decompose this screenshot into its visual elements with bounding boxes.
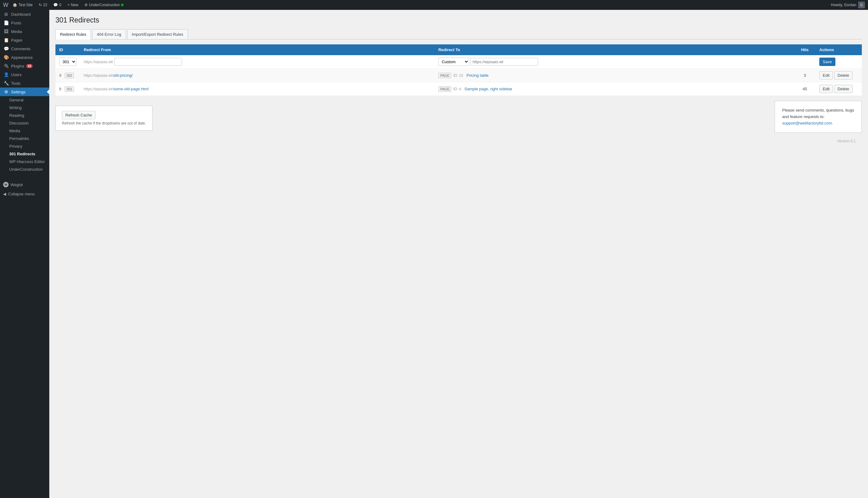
sidebar-item-posts[interactable]: 📄 Posts (0, 18, 49, 27)
redirect-table: ID Redirect From Redirect To Hits Action… (55, 44, 862, 96)
new-redirect-row: 301 302 https://wpsaas.wt/ Cus (55, 55, 862, 69)
posts-icon: 📄 (3, 20, 9, 25)
tab-404-error-log[interactable]: 404 Error Log (92, 29, 126, 39)
row2-to-type: PAGE (438, 86, 451, 92)
sidebar-item-comments[interactable]: 💬 Comments (0, 44, 49, 53)
row2-delete-button[interactable]: Delete (834, 85, 853, 93)
plugins-badge: 19 (26, 64, 33, 68)
row2-edit-button[interactable]: Edit (819, 85, 833, 93)
row2-to-cell: PAGE ID: 4 Sample page, right sidebar (435, 82, 794, 96)
row1-from-cell: https://wpsaas.wt/old-pricing/ (80, 69, 435, 82)
support-email-link[interactable]: support@webfactoryltd.com (783, 121, 832, 126)
avatar[interactable]: G (858, 2, 865, 8)
row1-actions: Edit Delete (816, 69, 862, 82)
comments-nav-icon: 💬 (3, 46, 9, 51)
users-icon: 👤 (3, 72, 9, 77)
sidebar-weglot[interactable]: W Weglot (0, 179, 49, 190)
tab-import-export[interactable]: Import/Export Redirect Rules (127, 29, 188, 39)
refresh-cache-box: Refresh Cache Refresh the cache if the d… (55, 106, 152, 131)
dashboard-icon: ⊞ (3, 12, 9, 17)
home-icon: 🏠 (13, 3, 17, 7)
pages-icon: 📋 (3, 38, 9, 42)
new-to-type-select[interactable]: Custom PAGE POST (438, 57, 469, 66)
sidebar-submenu-301redirects[interactable]: 301 Redirects (0, 150, 49, 158)
new-id-cell: 301 302 (55, 55, 80, 69)
adminbar-updates[interactable]: ↻ 22 (36, 0, 50, 10)
collapse-icon: ◀ (3, 192, 6, 196)
new-from-prefix: https://wpsaas.wt/ (84, 60, 113, 64)
row1-hits: 3 (794, 69, 816, 82)
sidebar-collapse[interactable]: ◀ Collapse menu (0, 190, 49, 198)
col-header-id: ID (55, 44, 80, 55)
refresh-cache-button[interactable]: Refresh Cache (62, 111, 95, 119)
sidebar-item-tools[interactable]: 🔧 Tools (0, 79, 49, 88)
wp-logo-icon: W (3, 2, 8, 8)
save-button[interactable]: Save (819, 57, 835, 66)
sidebar-submenu-privacy[interactable]: Privacy (0, 142, 49, 150)
new-type-select[interactable]: 301 302 (59, 57, 76, 66)
sidebar-submenu-wphtaccess[interactable]: WP Htaccess Editor (0, 158, 49, 166)
refresh-cache-note: Refresh the cache if the dropdowns are o… (62, 121, 146, 126)
version-footer: Version 5.1 (55, 133, 862, 146)
new-to-input[interactable] (470, 58, 538, 66)
plugins-icon: 🔌 (3, 64, 9, 68)
row2-type-badge: 301 (65, 86, 74, 92)
media-icon: 🖼 (3, 29, 9, 34)
appearance-icon: 🎨 (3, 55, 9, 60)
bottom-area: Refresh Cache Refresh the cache if the d… (55, 101, 862, 133)
updates-icon: ↻ (39, 3, 42, 7)
row1-id-cell: 9 302 (55, 69, 80, 82)
sidebar-submenu-general[interactable]: General (0, 96, 49, 104)
col-header-from: Redirect From (80, 44, 435, 55)
new-actions-cell: Save (816, 55, 862, 69)
col-header-to: Redirect To (435, 44, 794, 55)
col-header-hits: Hits (794, 44, 816, 55)
plus-icon: + (67, 3, 70, 7)
adminbar-underconstruction[interactable]: ⚙ UnderConstruction (82, 0, 126, 10)
adminbar-new[interactable]: + New (65, 0, 81, 10)
row1-edit-button[interactable]: Edit (819, 71, 833, 79)
sidebar-submenu-reading[interactable]: Reading (0, 112, 49, 119)
sidebar-submenu-media[interactable]: Media (0, 127, 49, 135)
adminbar-site[interactable]: 🏠 Test Site (10, 0, 35, 10)
adminbar-comments[interactable]: 💬 0 (51, 0, 64, 10)
settings-icon: ⚙ (3, 89, 9, 94)
row1-to-type: PAGE (438, 73, 451, 78)
sidebar-submenu-discussion[interactable]: Discussion (0, 119, 49, 127)
sidebar-item-plugins[interactable]: 🔌 Plugins 19 (0, 62, 49, 70)
info-box: Please send comments, questions, bugs an… (775, 101, 862, 133)
admin-bar: W 🏠 Test Site ↻ 22 💬 0 + New ⚙ UnderCons… (0, 0, 868, 10)
status-dot (121, 4, 123, 6)
row2-to-link[interactable]: Sample page, right sidebar (465, 87, 512, 91)
adminbar-items: 🏠 Test Site ↻ 22 💬 0 + New ⚙ UnderConstr… (10, 0, 831, 10)
row1-type-badge: 302 (65, 73, 74, 78)
sidebar-item-dashboard[interactable]: ⊞ Dashboard (0, 10, 49, 18)
new-hits-cell (794, 55, 816, 69)
table-row: 8 301 https://wpsaas.wt/some-old-page.ht… (55, 82, 862, 96)
sidebar-submenu-writing[interactable]: Writing (0, 104, 49, 112)
sidebar-submenu-underconstruction[interactable]: UnderConstruction (0, 166, 49, 173)
sidebar-item-settings[interactable]: ⚙ Settings (0, 88, 49, 96)
new-to-cell: Custom PAGE POST (435, 55, 794, 69)
row2-from-link[interactable]: some-old-page.html (113, 87, 148, 91)
sidebar-submenu-permalinks[interactable]: Permalinks (0, 135, 49, 142)
row2-hits: 45 (794, 82, 816, 96)
sidebar-item-media[interactable]: 🖼 Media (0, 27, 49, 36)
gear-icon: ⚙ (84, 3, 88, 7)
row2-actions: Edit Delete (816, 82, 862, 96)
new-from-input[interactable] (114, 58, 182, 66)
sidebar-item-appearance[interactable]: 🎨 Appearance (0, 53, 49, 62)
weglot-icon: W (3, 182, 9, 187)
bottom-right: Please send comments, questions, bugs an… (745, 101, 862, 133)
row1-to-cell: PAGE ID: 15 Pricing table (435, 69, 794, 82)
tab-redirect-rules[interactable]: Redirect Rules (55, 29, 91, 39)
row1-to-link[interactable]: Pricing table (466, 73, 489, 78)
sidebar-item-pages[interactable]: 📋 Pages (0, 36, 49, 44)
row1-from-link[interactable]: old-pricing/ (113, 73, 133, 78)
main-content: 301 Redirects Redirect Rules 404 Error L… (49, 10, 868, 498)
row1-delete-button[interactable]: Delete (834, 71, 853, 79)
page-title: 301 Redirects (55, 16, 862, 24)
sidebar-item-users[interactable]: 👤 Users (0, 70, 49, 79)
new-from-cell: https://wpsaas.wt/ (80, 55, 435, 69)
table-row: 9 302 https://wpsaas.wt/old-pricing/ PAG… (55, 69, 862, 82)
